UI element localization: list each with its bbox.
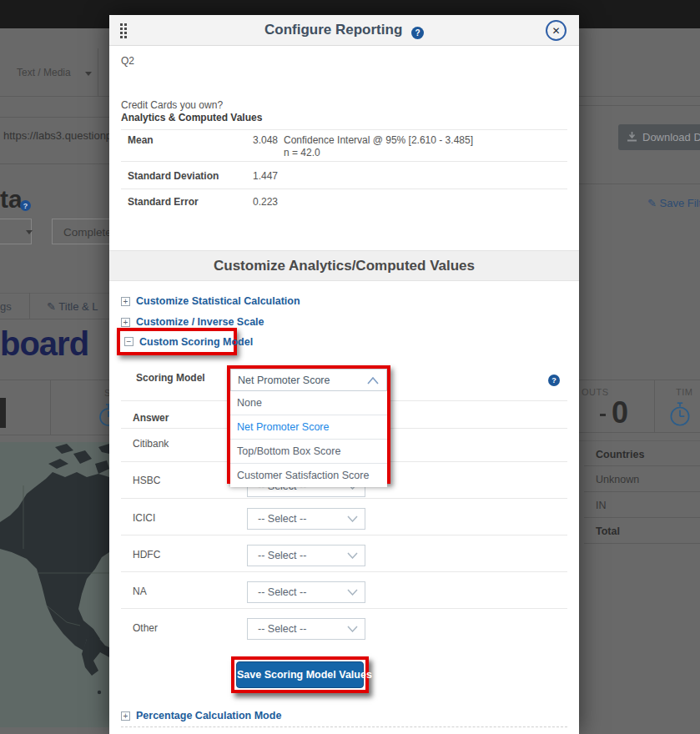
close-button[interactable]: ✕ [546, 20, 567, 41]
data-heading-fragment: ta [0, 185, 23, 214]
pencil-icon: ✎ [47, 300, 56, 313]
tile-dash [600, 414, 606, 416]
answer-row-label: NA [133, 586, 147, 597]
question-text: Credit Cards you own? [121, 99, 223, 111]
text-media-label: Text / Media [17, 67, 71, 78]
chevron-down-icon [347, 626, 358, 632]
tab-fragment-left[interactable]: gs [0, 300, 12, 313]
screen: Text / Media https://labs3.questionpro t… [0, 0, 700, 734]
dropouts-label-fragment: OUTS [582, 387, 609, 397]
stat-label: Standard Deviation [128, 170, 219, 182]
section-inverse-scale[interactable]: + Customize / Inverse Scale [121, 316, 264, 328]
download-icon [627, 132, 637, 142]
question-code: Q2 [121, 55, 134, 67]
other-select[interactable]: -- Select -- [247, 618, 365, 640]
geo-table-row: Unknown [596, 474, 639, 485]
stat-note: Confidence Interval @ 95% [2.610 - 3.485… [284, 134, 473, 146]
customize-heading: Customize Analytics/Computed Values [109, 250, 579, 281]
pencil-icon: ✎ [647, 197, 657, 209]
tile-value-fragment [0, 398, 6, 428]
icici-select[interactable]: -- Select -- [247, 508, 365, 530]
custom-scoring-model-highlight: − Custom Scoring Model [117, 328, 237, 355]
stat-label: Standard Error [128, 196, 199, 208]
stat-value: 0.223 [253, 196, 278, 208]
answer-row-label: Citibank [133, 438, 169, 450]
save-filter-label: Save Filt [660, 197, 700, 209]
dashboard-heading-fragment: board [0, 325, 88, 363]
world-map [0, 442, 109, 727]
help-icon[interactable]: ? [20, 200, 31, 211]
stat-value: 3.048 [253, 134, 278, 146]
hdfc-select[interactable]: -- Select -- [247, 545, 365, 566]
option-top-bottom-box-score[interactable]: Top/Bottom Box Score [230, 439, 387, 463]
tab-title-logo-label: Title & L [58, 300, 98, 313]
answer-row-label: ICICI [133, 512, 155, 524]
section-percentage-calculation-mode[interactable]: + Percentage Calculation Mode [121, 710, 281, 721]
save-scoring-model-button[interactable]: Save Scoring Model Values [236, 661, 364, 688]
geo-table-footer: Total [596, 525, 620, 537]
expand-icon: + [121, 297, 130, 306]
dropouts-value: 0 [612, 395, 628, 430]
option-none[interactable]: None [230, 391, 387, 415]
option-net-promoter-score[interactable]: Net Promoter Score [230, 415, 387, 439]
modal-title: Configure Reporting ? [109, 22, 579, 39]
chevron-down-icon [347, 552, 358, 559]
expand-icon: + [121, 318, 130, 327]
caret-down-icon [85, 72, 92, 76]
configure-reporting-modal: Configure Reporting ? ✕ Q2 Credit Cards … [109, 15, 579, 734]
chevron-up-icon [367, 377, 379, 385]
stat-value: 1.447 [253, 170, 278, 182]
answer-row-label: Other [133, 622, 158, 634]
collapse-icon: − [124, 337, 133, 346]
analytics-heading: Analytics & Computed Values [121, 112, 262, 123]
chevron-down-icon [347, 515, 358, 522]
tab-title-logo[interactable]: ✎ Title & L [47, 300, 98, 313]
stat-note: n = 42.0 [284, 147, 320, 158]
close-icon: ✕ [551, 25, 560, 37]
help-icon[interactable]: ? [548, 375, 560, 386]
stat-label: Mean [128, 134, 154, 146]
expand-icon: + [121, 711, 130, 721]
answer-row-label: HDFC [133, 549, 160, 561]
section-statistical-calculation[interactable]: + Customize Statistical Calculation [121, 295, 300, 307]
option-customer-satisfaction-score[interactable]: Customer Satisfaction Score [230, 463, 387, 487]
stopwatch-icon [667, 400, 692, 429]
scoring-model-select[interactable]: Net Promoter Score [230, 369, 387, 391]
geo-table-row: IN [596, 500, 607, 511]
save-filter-link[interactable]: ✎ Save Filt [647, 197, 700, 209]
scoring-dropdown-highlight: Net Promoter Score None Net Promoter Sco… [227, 365, 390, 484]
help-icon[interactable]: ? [411, 27, 424, 39]
download-data-button[interactable]: Download Data [618, 124, 700, 150]
survey-url-text: https://labs3.questionpro [3, 129, 109, 142]
download-data-label: Download Data [642, 131, 700, 143]
scoring-model-label: Scoring Model [136, 372, 205, 384]
answer-column-header: Answer [133, 412, 169, 424]
geo-table-header: Countries [596, 449, 644, 460]
time-label-fragment: TIM [676, 387, 692, 397]
na-select[interactable]: -- Select -- [247, 581, 365, 603]
divider [121, 726, 567, 727]
answer-row-label: HSBC [133, 475, 160, 486]
chevron-down-icon [347, 589, 358, 596]
text-media-dropdown[interactable]: Text / Media [0, 48, 98, 96]
mini-dropdown[interactable] [0, 219, 32, 244]
section-custom-scoring-model[interactable]: − Custom Scoring Model [124, 336, 253, 348]
